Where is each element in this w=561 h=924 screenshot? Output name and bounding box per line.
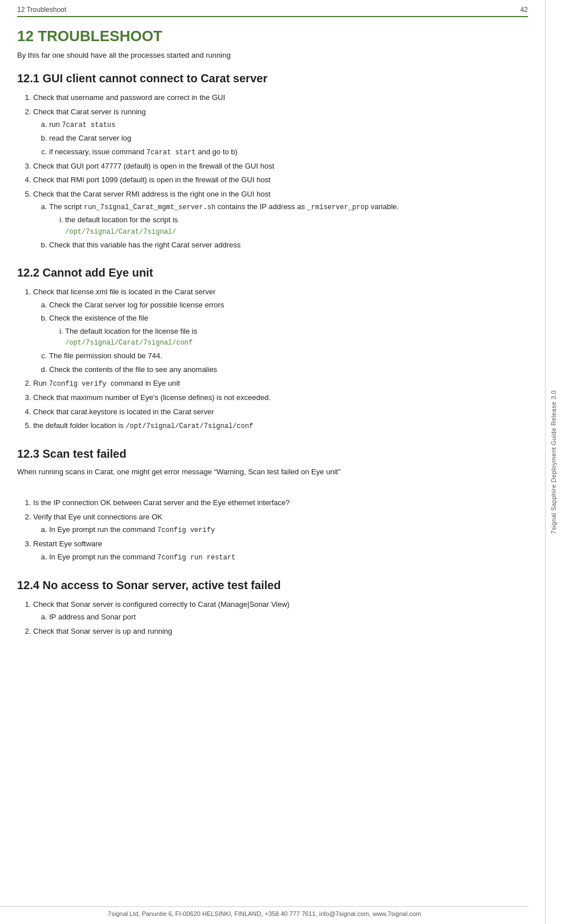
- sub-list: IP address and Sonar port: [49, 611, 528, 623]
- list-item: The file permission should be 744.: [49, 350, 528, 362]
- section-12-1-list: Check that username and password are cor…: [33, 92, 528, 250]
- list-item: In Eye prompt run the command 7config ve…: [49, 524, 528, 535]
- footer: 7signal Ltd, Panuntie 6, FI-00620 HELSIN…: [0, 906, 529, 917]
- sub-list: The script run_7signal_Carat_mgmt_server…: [49, 201, 528, 250]
- page-header-title: 12 Troubleshoot: [17, 6, 66, 14]
- list-item: Check the Carat server log for possible …: [49, 299, 528, 311]
- list-item: Check that maximum number of Eye's (lice…: [33, 392, 528, 403]
- list-item: Check the contents of the file to see an…: [49, 364, 528, 375]
- section-12-2-title: 12.2 Cannot add Eye unit: [17, 266, 528, 279]
- list-item: the default location for the script is/o…: [65, 214, 528, 237]
- page-header: 12 Troubleshoot 42: [17, 6, 528, 17]
- list-item: Run 7config verify command in Eye unit: [33, 378, 528, 389]
- sub-list: In Eye prompt run the command 7config ve…: [49, 524, 528, 535]
- main-title: 12 TROUBLESHOOT: [17, 27, 528, 45]
- list-item: Check that RMI port 1099 (default) is op…: [33, 174, 528, 186]
- list-item: Check that carat.keystore is located in …: [33, 406, 528, 418]
- section-12-1: 12.1 GUI client cannot connect to Carat …: [17, 72, 528, 250]
- sub-list: run 7carat status read the Carat server …: [49, 119, 528, 158]
- list-item: In Eye prompt run the command 7config ru…: [49, 551, 528, 563]
- list-item: Restart Eye software In Eye prompt run t…: [33, 538, 528, 563]
- section-12-3-title: 12.3 Scan test failed: [17, 447, 528, 461]
- list-item: Check that username and password are cor…: [33, 92, 528, 103]
- list-item: read the Carat server log: [49, 133, 528, 144]
- section-12-3-intro: When running scans in Carat, one might g…: [17, 467, 528, 476]
- list-item: Check that license.xml file is located i…: [33, 286, 528, 375]
- list-item: Check that this variable has the right C…: [49, 239, 528, 251]
- list-item: Verify that Eye unit connections are OK …: [33, 511, 528, 536]
- sub-list: In Eye prompt run the command 7config ru…: [49, 551, 528, 563]
- list-item: run 7carat status: [49, 119, 528, 130]
- section-12-1-title: 12.1 GUI client cannot connect to Carat …: [17, 72, 528, 85]
- list-item: Check the existence of the file The defa…: [49, 313, 528, 348]
- list-item: Check that the Carat server RMI address …: [33, 189, 528, 251]
- roman-list: The default location for the license fil…: [65, 326, 528, 349]
- list-item: The script run_7signal_Carat_mgmt_server…: [49, 201, 528, 237]
- list-item: Check that GUI port 47777 (default) is o…: [33, 161, 528, 172]
- page-header-number: 42: [520, 6, 528, 14]
- list-item: if necessary, issue command 7carat start…: [49, 146, 528, 158]
- intro-text: By this far one should have all the proc…: [17, 51, 528, 59]
- footer-text: 7signal Ltd, Panuntie 6, FI-00620 HELSIN…: [108, 910, 421, 917]
- section-12-2-list: Check that license.xml file is located i…: [33, 286, 528, 431]
- list-item: Check that Sonar server is up and runnin…: [33, 626, 528, 637]
- section-12-3: 12.3 Scan test failed When running scans…: [17, 447, 528, 563]
- roman-list: the default location for the script is/o…: [65, 214, 528, 237]
- list-item: IP address and Sonar port: [49, 611, 528, 623]
- list-item: Check that Carat server is running run 7…: [33, 106, 528, 158]
- list-item: Is the IP connection OK between Carat se…: [33, 497, 528, 509]
- list-item: The default location for the license fil…: [65, 326, 528, 349]
- section-12-4: 12.4 No access to Sonar server, active t…: [17, 579, 528, 637]
- list-item: the default folder location is /opt/7sig…: [33, 420, 528, 431]
- list-item: Check that Sonar server is configured co…: [33, 599, 528, 623]
- sub-list: Check the Carat server log for possible …: [49, 299, 528, 375]
- section-12-3-list: Is the IP connection OK between Carat se…: [33, 497, 528, 563]
- side-label: 7signal Sapphire Deployment Guide Releas…: [545, 0, 561, 924]
- section-12-2: 12.2 Cannot add Eye unit Check that lice…: [17, 266, 528, 431]
- section-12-4-list: Check that Sonar server is configured co…: [33, 599, 528, 637]
- side-label-text: 7signal Sapphire Deployment Guide Releas…: [550, 390, 557, 534]
- section-12-4-title: 12.4 No access to Sonar server, active t…: [17, 579, 528, 592]
